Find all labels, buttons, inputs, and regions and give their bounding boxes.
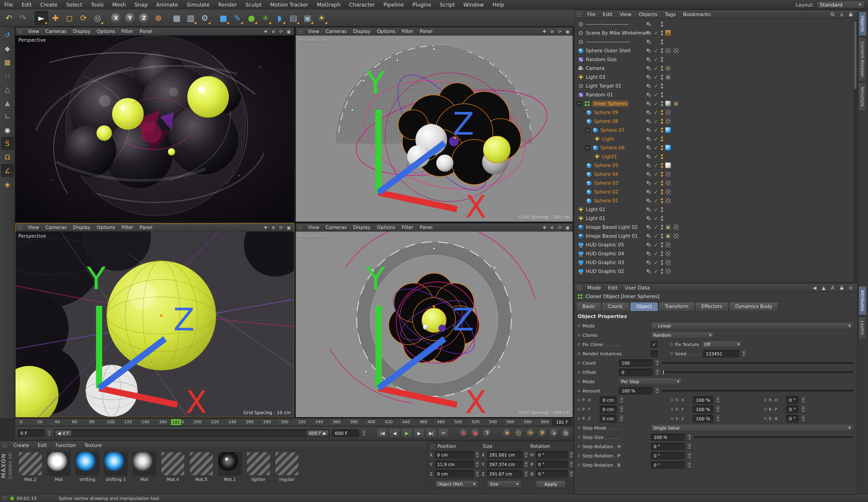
timeline-tick-340[interactable]: 340 xyxy=(314,419,314,426)
layer-icon[interactable] xyxy=(647,181,651,185)
viewport-menu-filter[interactable]: Filter xyxy=(399,27,416,35)
viewport-bottom-left-active[interactable]: ViewCamerasDisplayOptionsFilterPanel ✚⊕⟳… xyxy=(16,223,294,417)
menu-select[interactable]: Select xyxy=(62,0,86,10)
viewport-menu-cameras[interactable]: Cameras xyxy=(42,223,70,232)
lock-y-axis-button[interactable]: Y xyxy=(123,11,137,25)
home-icon[interactable]: ⌂ xyxy=(838,11,845,18)
layer-icon[interactable] xyxy=(647,172,651,176)
anim-dot-icon[interactable] xyxy=(578,343,580,346)
menu-simulate[interactable]: Simulate xyxy=(182,0,214,10)
autokeying-button[interactable]: ● xyxy=(471,429,480,438)
stepper[interactable]: ▴▾ xyxy=(801,396,806,404)
size-z-field[interactable]: 291.67 cm xyxy=(487,470,523,478)
white-tag-icon[interactable] xyxy=(665,162,671,168)
rp-field[interactable]: 0 ° xyxy=(786,406,798,413)
point-mode-button[interactable]: ∷ xyxy=(1,69,14,82)
tab-object[interactable]: Object xyxy=(630,302,658,311)
stepper[interactable]: ▴▾ xyxy=(619,396,624,404)
snap-toggle-button[interactable]: S xyxy=(1,137,14,150)
coordinate-mode-dropdown[interactable]: Object (Rel)▼ xyxy=(435,481,478,488)
size-x-field[interactable]: 291.001 cm xyxy=(487,451,523,459)
enabled-check-icon[interactable]: ✓ xyxy=(653,259,659,266)
anim-dot-icon[interactable] xyxy=(578,334,580,336)
menu-character[interactable]: Character xyxy=(345,0,379,10)
history-back-icon[interactable]: ◀ xyxy=(811,285,818,291)
viewport-top-left[interactable]: ViewCamerasDisplayOptionsFilterPanel ✚⊕⟳… xyxy=(16,27,294,222)
panel-handle-icon[interactable] xyxy=(2,443,7,448)
striped-tag-icon[interactable] xyxy=(665,197,671,204)
anim-dot-icon[interactable] xyxy=(670,352,673,355)
anim-dot-icon[interactable] xyxy=(578,325,580,327)
slider-handle[interactable] xyxy=(663,370,664,374)
layer-icon[interactable] xyxy=(647,75,651,79)
stepper[interactable]: ▴▾ xyxy=(569,470,574,478)
striped-tag-icon[interactable] xyxy=(673,233,679,239)
tree-item-light[interactable]: Light✓ xyxy=(575,134,857,143)
enabled-check-icon[interactable]: ✓ xyxy=(653,127,659,133)
stepper[interactable]: ▴▾ xyxy=(801,415,806,422)
add-spline-pen-button[interactable]: ✎ xyxy=(230,11,244,25)
tree-item-random-01[interactable]: Random 01✓ xyxy=(575,90,857,99)
menu-render[interactable]: Render xyxy=(214,0,241,10)
tree-item-hud-graphic-03[interactable]: HUD Graphic 03✓ xyxy=(575,258,857,267)
protect-tag-icon[interactable] xyxy=(665,65,671,71)
menu-script[interactable]: Script xyxy=(435,0,459,10)
anim-dot-icon[interactable] xyxy=(578,352,580,355)
stepper[interactable]: ▴▾ xyxy=(715,415,721,422)
step-size-slider[interactable] xyxy=(694,436,853,438)
side-tab-layers[interactable]: Layers xyxy=(859,317,866,339)
tree-item-sphere-02[interactable]: Sphere 02✓ xyxy=(575,187,857,196)
visibility-dots[interactable] xyxy=(661,251,663,256)
sz-field[interactable]: 100 % xyxy=(693,415,713,422)
visibility-dots[interactable] xyxy=(661,172,663,177)
up-icon[interactable]: ▲ xyxy=(820,285,827,291)
tab-coord[interactable]: Coord. xyxy=(602,302,630,311)
size-mode-dropdown[interactable]: Size▼ xyxy=(487,481,521,488)
viewport-menu-display[interactable]: Display xyxy=(70,27,93,35)
visibility-dots[interactable] xyxy=(661,189,663,194)
auto-mode-icon[interactable]: A xyxy=(829,285,836,291)
enabled-check-icon[interactable]: ✓ xyxy=(653,233,659,239)
menu-file[interactable]: File xyxy=(0,0,18,10)
range-end-field[interactable]: 600 F xyxy=(332,429,359,437)
tree-item-sphere-07[interactable]: −Sphere 07✓ xyxy=(575,126,857,134)
anim-dot-icon[interactable] xyxy=(764,399,767,401)
tree-item-sphere-01[interactable]: Sphere 01✓ xyxy=(575,196,857,205)
viewport-maximize-icon[interactable]: ▣ xyxy=(564,28,571,35)
amount-field[interactable]: 100 % xyxy=(619,387,653,395)
viewport-menu-display[interactable]: Display xyxy=(350,27,374,35)
timeline-tick-20[interactable]: 20 xyxy=(36,419,37,426)
visibility-dots[interactable] xyxy=(661,83,663,89)
offset-field[interactable]: 0 xyxy=(619,369,653,376)
enabled-check-icon[interactable]: ✓ xyxy=(653,48,659,54)
layer-icon[interactable] xyxy=(647,234,651,238)
striped-tag-icon[interactable] xyxy=(665,242,671,248)
render-picture-viewer-button[interactable]: ▥ xyxy=(184,11,198,25)
tree-item-sphere-08[interactable]: Sphere 08✓ xyxy=(575,117,857,126)
timeline-playhead[interactable]: 181 xyxy=(171,419,181,425)
viewport-zoom-icon[interactable]: ⊕ xyxy=(549,224,556,230)
sx-field[interactable]: 100 % xyxy=(693,396,713,404)
count-field[interactable]: 100 xyxy=(619,359,653,367)
stepper[interactable]: ▴▾ xyxy=(619,415,624,422)
range-slider-left-handle[interactable]: ◀0 F xyxy=(55,430,72,436)
viewport-zoom-icon[interactable]: ⊕ xyxy=(270,224,277,230)
timeline-tick-380[interactable]: 380 xyxy=(349,419,349,426)
layer-icon[interactable] xyxy=(647,58,651,62)
anim-dot-icon[interactable] xyxy=(578,417,580,420)
expand-toggle-icon[interactable]: − xyxy=(585,127,590,133)
play-loop-button[interactable]: ⟳ xyxy=(438,429,449,438)
viewport-menu-view[interactable]: View xyxy=(305,223,322,232)
enabled-check-icon[interactable]: ✓ xyxy=(653,145,659,151)
timeline-tick-200[interactable]: 200 xyxy=(193,419,193,426)
enabled-check-icon[interactable]: ✓ xyxy=(653,215,659,221)
add-mograph-button[interactable]: ✳ xyxy=(259,11,272,25)
record-keyframe-button[interactable]: ◉ xyxy=(459,429,469,438)
viewport-menu-panel[interactable]: Panel xyxy=(136,223,156,232)
menu-create[interactable]: Create xyxy=(36,0,62,10)
visibility-dots[interactable] xyxy=(661,207,663,212)
side-tab-objects[interactable]: Objects xyxy=(859,12,866,36)
position-x-field[interactable]: 0 cm xyxy=(435,451,474,459)
anim-dot-icon[interactable] xyxy=(764,408,767,411)
material-mat-2-0[interactable]: Mat.2 xyxy=(18,452,43,482)
